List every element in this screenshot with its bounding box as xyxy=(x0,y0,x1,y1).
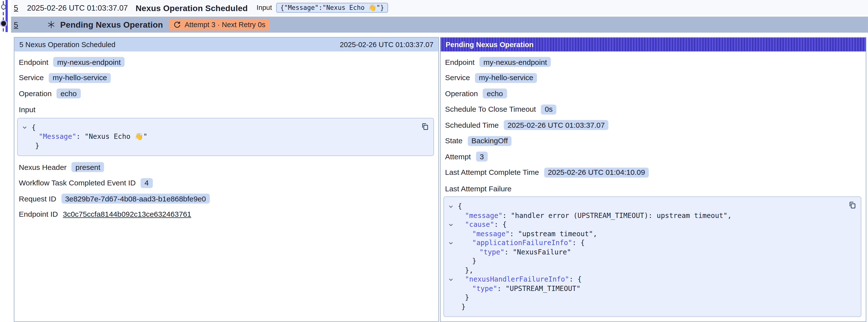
event-detail-panels: 5 Nexus Operation Scheduled 2025-02-26 U… xyxy=(14,37,868,322)
json-value: : "NexusFailure" xyxy=(504,248,571,256)
json-value: : "UPSTREAM_TIMEOUT" xyxy=(497,284,581,292)
timeline-marker-open-circle xyxy=(1,4,6,9)
field-label: Operation xyxy=(445,90,478,98)
json-line: "nexusHandlerFailureInfo": { xyxy=(448,275,846,284)
field-label: Input xyxy=(19,103,434,117)
json-key: "type" xyxy=(472,284,497,292)
json-line-text: "Message": "Nexus Echo 👋" xyxy=(32,132,147,141)
json-viewer: {"message": "handler error (UPSTREAM_TIM… xyxy=(443,196,861,317)
event-title: Nexus Operation Scheduled xyxy=(136,3,248,12)
scheduled-panel-header: 5 Nexus Operation Scheduled 2025-02-26 U… xyxy=(14,38,438,52)
field-row: Operationecho xyxy=(445,86,861,102)
field-value-badge: echo xyxy=(57,89,81,99)
field-row: Nexus Headerpresent xyxy=(19,159,434,175)
endpoint-id-link[interactable]: 3c0c75ccfa8144b092c13ce632463761 xyxy=(63,210,191,219)
chevron-down-icon[interactable] xyxy=(22,123,32,132)
field-label: Nexus Header xyxy=(19,163,67,171)
panel-header-title: 5 Nexus Operation Scheduled xyxy=(20,40,116,49)
field-row: Scheduled Time2025-02-26 UTC 01:03:37.07 xyxy=(445,117,861,133)
json-line: "Message": "Nexus Echo 👋" xyxy=(22,132,419,141)
field-row: Endpointmy-nexus-endpoint xyxy=(445,54,861,70)
json-line: } xyxy=(448,293,846,302)
chevron-down-icon[interactable] xyxy=(448,238,458,248)
input-preview-badge: {"Message":"Nexus Echo 👋"} xyxy=(276,3,388,12)
json-key: "cause" xyxy=(465,220,494,229)
copy-button[interactable] xyxy=(421,122,429,130)
field-label: Last Attempt Failure xyxy=(445,182,861,195)
json-line: "cause": { xyxy=(448,220,846,229)
retry-attempt-badge: Attempt 3 · Next Retry 0s xyxy=(169,19,270,30)
field-value-badge: BackingOff xyxy=(468,136,512,146)
field-value-badge: 0s xyxy=(541,104,556,114)
field-label: Endpoint xyxy=(445,58,475,66)
json-gutter-spacer xyxy=(448,229,458,238)
json-key: "applicationFailureInfo" xyxy=(472,238,572,247)
field-label: Endpoint xyxy=(19,58,49,66)
json-gutter-spacer xyxy=(22,141,32,151)
retry-badge-label: Attempt 3 · Next Retry 0s xyxy=(185,21,265,29)
field-value-badge: my-nexus-endpoint xyxy=(479,57,551,67)
chevron-down-icon[interactable] xyxy=(448,220,458,229)
event-history-detail-view: 5 2025-02-26 UTC 01:03:37.07 Nexus Opera… xyxy=(0,0,868,322)
json-value: }, xyxy=(465,266,473,274)
input-label: Input xyxy=(257,4,272,11)
field-row: Next Attempt Schedule Time2025-02-26 UTC… xyxy=(445,320,861,322)
event-row-pending-nexus-operation[interactable]: 5 Pending Nexus Operation Attempt 3 · Ne… xyxy=(11,17,868,33)
json-line: } xyxy=(448,257,846,266)
json-line: { xyxy=(22,123,419,132)
json-value: : { xyxy=(569,275,582,283)
field-row: Servicemy-hello-service xyxy=(445,70,861,86)
json-line: "applicationFailureInfo": { xyxy=(448,238,846,248)
json-line: "type": "NexusFailure" xyxy=(448,248,846,257)
field-label: Workflow Task Completed Event ID xyxy=(19,179,136,187)
json-value: { xyxy=(32,123,36,131)
timeline-marker-filled-circle xyxy=(1,21,6,26)
json-value: : { xyxy=(572,238,585,247)
json-line-text: } xyxy=(32,141,39,151)
field-label: Endpoint ID xyxy=(19,210,58,219)
json-line: } xyxy=(22,141,419,151)
json-value: : "Nexus Echo 👋" xyxy=(76,132,147,140)
json-gutter-spacer xyxy=(448,211,458,220)
chevron-down-icon[interactable] xyxy=(448,275,458,284)
json-value: : "handler error (UPSTREAM_TIMEOUT): ups… xyxy=(503,211,732,219)
pending-operation-detail-panel: Pending Nexus Operation Endpointmy-nexus… xyxy=(440,37,867,322)
event-id-link[interactable]: 5 xyxy=(14,20,18,29)
json-key: "type" xyxy=(479,248,504,256)
copy-button[interactable] xyxy=(848,201,857,209)
field-row: Workflow Task Completed Event ID4 xyxy=(19,175,434,191)
json-line: { xyxy=(448,202,846,211)
panel-header-title: Pending Nexus Operation xyxy=(445,40,534,49)
panel-header-timestamp: 2025-02-26 UTC 01:03:37.07 xyxy=(340,40,433,49)
json-line-text: }, xyxy=(458,266,473,275)
json-line-text: { xyxy=(458,202,462,211)
field-row: Operationecho xyxy=(19,86,434,102)
json-key: "message" xyxy=(472,229,510,238)
field-row: Schedule To Close Timeout0s xyxy=(445,102,861,117)
field-value-badge: my-nexus-endpoint xyxy=(53,57,125,67)
pending-panel-body: Endpointmy-nexus-endpointServicemy-hello… xyxy=(441,52,866,322)
timeline-active-bar xyxy=(5,0,8,32)
event-id-link[interactable]: 5 xyxy=(14,3,18,12)
json-gutter-spacer xyxy=(22,132,32,141)
event-row-nexus-operation-scheduled[interactable]: 5 2025-02-26 UTC 01:03:37.07 Nexus Opera… xyxy=(11,0,868,15)
json-line: "message": "handler error (UPSTREAM_TIME… xyxy=(448,211,846,220)
event-title: Pending Nexus Operation xyxy=(60,20,163,29)
json-viewer: {"Message": "Nexus Echo 👋"} xyxy=(17,118,434,156)
field-row: StateBackingOff xyxy=(445,133,861,149)
chevron-down-icon[interactable] xyxy=(448,202,458,211)
field-row: Endpointmy-nexus-endpoint xyxy=(19,54,434,70)
field-label: Request ID xyxy=(19,195,56,203)
field-value-badge: 3e829b7e-7d67-4b08-aad3-b1e868bfe9e0 xyxy=(61,194,210,204)
json-value: { xyxy=(458,202,462,210)
field-label: Schedule To Close Timeout xyxy=(445,105,536,114)
field-row: Last Attempt Complete Time2025-02-26 UTC… xyxy=(445,164,861,180)
json-key: "message" xyxy=(465,211,503,219)
json-line-text: "message": "upstream timeout", xyxy=(458,229,597,238)
field-value-badge: my-hello-service xyxy=(475,73,537,83)
json-gutter-spacer xyxy=(448,293,458,302)
json-value: } xyxy=(35,141,39,150)
json-key: "Message" xyxy=(39,132,76,140)
json-value: : { xyxy=(494,220,507,229)
json-line-text: "nexusHandlerFailureInfo": { xyxy=(458,275,582,284)
